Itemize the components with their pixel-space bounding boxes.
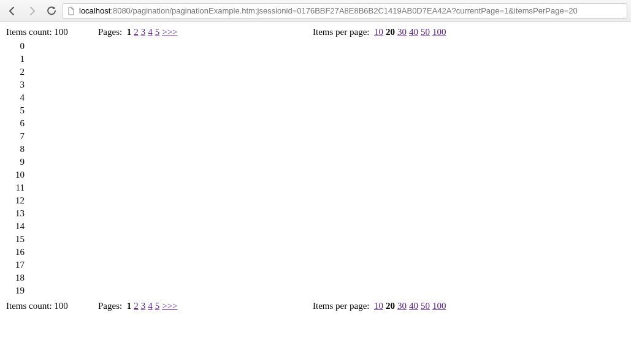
list-item: 5 — [6, 104, 23, 117]
ipp-link-50[interactable]: 50 — [421, 27, 430, 37]
list-item: 6 — [6, 117, 23, 130]
ipp-link-40[interactable]: 40 — [409, 301, 418, 311]
pages-links: 1 2 3 4 5 >>> — [127, 301, 178, 311]
items-per-page-label: Items per page: — [313, 301, 369, 311]
list-item-value: 18 — [13, 273, 25, 283]
pages-label: Pages: — [98, 27, 122, 37]
ipp-link-50[interactable]: 50 — [421, 301, 430, 311]
pages-block: Pages: 1 2 3 4 5 >>> — [98, 27, 313, 37]
pages-label: Pages: — [98, 301, 122, 311]
list-item-value: 0 — [13, 41, 25, 51]
list-item: 2 — [6, 66, 23, 78]
pagination-bar-top: Items count: 100 Pages: 1 2 3 4 5 >>> It… — [6, 27, 625, 37]
address-bar[interactable]: localhost:8080/pagination/paginationExam… — [63, 3, 627, 19]
items-count-value: 100 — [54, 301, 68, 311]
list-item-value: 19 — [13, 286, 25, 296]
ipp-link-100[interactable]: 100 — [432, 301, 446, 311]
list-item: 19 — [6, 284, 23, 297]
list-item: 12 — [6, 194, 23, 207]
list-item: 11 — [6, 181, 23, 194]
page-current: 1 — [127, 301, 132, 311]
page-link-5[interactable]: 5 — [155, 301, 160, 311]
list-item-value: 4 — [13, 93, 25, 103]
page-icon — [67, 7, 75, 15]
list-item-value: 5 — [13, 105, 25, 116]
page-link-4[interactable]: 4 — [148, 27, 153, 37]
list-item-value: 12 — [13, 195, 25, 206]
pages-block: Pages: 1 2 3 4 5 >>> — [98, 301, 313, 311]
list-item: 13 — [6, 207, 23, 220]
ipp-link-30[interactable]: 30 — [397, 27, 407, 37]
list-item-value: 13 — [13, 208, 25, 219]
page-link-2[interactable]: 2 — [134, 301, 139, 311]
list-item-value: 7 — [13, 131, 25, 142]
list-item: 3 — [6, 78, 23, 91]
items-count-value: 100 — [54, 27, 68, 37]
items-per-page-block: Items per page: 10 20 30 40 50 100 — [313, 27, 446, 37]
ipp-link-30[interactable]: 30 — [397, 301, 407, 311]
items-list: 0 1 2 3 4 5 6 7 8 9 10 11 12 13 14 15 16… — [6, 40, 625, 297]
page-content: Items count: 100 Pages: 1 2 3 4 5 >>> It… — [0, 22, 631, 322]
page-current: 1 — [127, 27, 132, 37]
arrow-left-icon — [7, 6, 17, 16]
address-bar-url: localhost:8080/pagination/paginationExam… — [79, 6, 578, 15]
list-item-value: 3 — [13, 80, 25, 90]
list-item: 18 — [6, 271, 23, 284]
reload-button[interactable] — [43, 3, 60, 19]
list-item-value: 14 — [13, 221, 25, 232]
list-item-value: 8 — [13, 144, 25, 154]
items-count: Items count: 100 — [6, 27, 98, 37]
list-item-value: 6 — [13, 118, 25, 129]
list-item: 9 — [6, 156, 23, 169]
list-item-value: 11 — [13, 183, 25, 193]
list-item: 16 — [6, 246, 23, 259]
forward-button[interactable] — [23, 3, 40, 19]
list-item: 1 — [6, 53, 23, 66]
url-host: localhost — [79, 6, 110, 15]
items-per-page-label: Items per page: — [313, 27, 369, 37]
items-count-label: Items count: — [6, 301, 52, 311]
list-item: 15 — [6, 233, 23, 246]
url-rest: :8080/pagination/paginationExample.htm;j… — [110, 6, 577, 15]
page-link-2[interactable]: 2 — [134, 27, 139, 37]
reload-icon — [47, 6, 56, 16]
list-item: 10 — [6, 169, 23, 181]
list-item: 4 — [6, 91, 23, 104]
page-link-3[interactable]: 3 — [141, 301, 146, 311]
page-next-set[interactable]: >>> — [162, 301, 177, 311]
ipp-current: 20 — [386, 301, 395, 311]
pagination-bar-bottom: Items count: 100 Pages: 1 2 3 4 5 >>> It… — [6, 301, 625, 311]
items-per-page-links: 10 20 30 40 50 100 — [374, 301, 446, 311]
page-link-4[interactable]: 4 — [148, 301, 153, 311]
list-item-value: 16 — [13, 247, 25, 257]
ipp-link-10[interactable]: 10 — [374, 27, 383, 37]
page-link-3[interactable]: 3 — [141, 27, 146, 37]
items-count-label: Items count: — [6, 27, 52, 37]
list-item: 7 — [6, 130, 23, 143]
pages-links: 1 2 3 4 5 >>> — [127, 27, 178, 37]
items-per-page-links: 10 20 30 40 50 100 — [374, 27, 446, 37]
list-item: 14 — [6, 220, 23, 233]
list-item-value: 9 — [13, 157, 25, 167]
ipp-link-10[interactable]: 10 — [374, 301, 383, 311]
ipp-link-100[interactable]: 100 — [432, 27, 446, 37]
arrow-right-icon — [27, 6, 37, 16]
list-item: 0 — [6, 40, 23, 53]
list-item-value: 15 — [13, 234, 25, 245]
back-button[interactable] — [4, 3, 21, 19]
list-item-value: 17 — [13, 260, 25, 270]
browser-toolbar: localhost:8080/pagination/paginationExam… — [0, 0, 631, 22]
ipp-link-40[interactable]: 40 — [409, 27, 418, 37]
list-item: 8 — [6, 143, 23, 156]
page-link-5[interactable]: 5 — [155, 27, 160, 37]
list-item-value: 10 — [13, 170, 25, 180]
items-count: Items count: 100 — [6, 301, 98, 311]
ipp-current: 20 — [386, 27, 395, 37]
list-item-value: 1 — [13, 54, 25, 64]
list-item-value: 2 — [13, 67, 25, 77]
items-per-page-block: Items per page: 10 20 30 40 50 100 — [313, 301, 446, 311]
list-item: 17 — [6, 259, 23, 271]
page-next-set[interactable]: >>> — [162, 27, 177, 37]
